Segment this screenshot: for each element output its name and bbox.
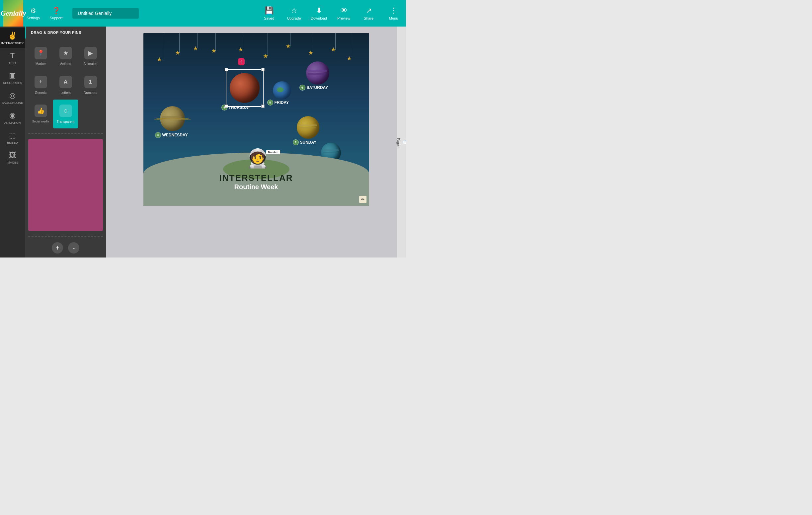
- saturn-container[interactable]: [160, 106, 185, 131]
- pin-social-media[interactable]: 👍 Social media: [28, 99, 53, 128]
- day-friday: 5 FRIDAY: [267, 99, 289, 105]
- pin-numbers-label: Numbers: [84, 91, 97, 95]
- sidebar-item-interactivity[interactable]: ✌ INTERACTIVITY: [0, 28, 25, 48]
- sidebar-item-label: ANIMATION: [4, 121, 21, 124]
- sidebar-item-resources[interactable]: ▣ RESOURCES: [0, 68, 25, 88]
- sidebar-item-background[interactable]: ◎ BACKGROUND: [0, 88, 25, 108]
- saturn-stripe-1: [162, 116, 182, 118]
- pin-active-indicator: ↕: [238, 58, 245, 65]
- handle-br[interactable]: [261, 104, 265, 108]
- sidebar-item-text[interactable]: T TEXT: [0, 48, 25, 68]
- saturn-stripe-2: [163, 119, 181, 120]
- pin-letters[interactable]: A Letters: [53, 71, 78, 99]
- generic-icon: +: [34, 75, 47, 88]
- star-hang-5: ★: [238, 46, 243, 53]
- saved-icon: 💾: [265, 6, 273, 15]
- day-num-7: 7: [293, 140, 299, 145]
- pages-icon: 📄: [403, 140, 406, 144]
- download-icon: ⬇: [316, 6, 322, 15]
- gold-stripe-2: [299, 127, 316, 128]
- planet-purple-container[interactable]: [306, 61, 329, 85]
- pin-generic-label: Generic: [35, 91, 47, 95]
- support-label: Support: [50, 16, 63, 20]
- sidebar-item-label: INTERACTIVITY: [1, 41, 24, 45]
- star-hang-9: ★: [331, 46, 336, 53]
- share-icon: ↗: [366, 6, 372, 15]
- support-button[interactable]: ❓ Support: [50, 7, 63, 20]
- preview-label: Preview: [337, 16, 350, 20]
- day-sunday: 7 SUNDAY: [293, 140, 317, 145]
- handle-bl[interactable]: [225, 104, 228, 108]
- animation-icon: ◉: [9, 111, 16, 120]
- actions-icon: ★: [59, 47, 72, 59]
- sidebar-item-label: BACKGROUND: [2, 101, 23, 104]
- selection-box: ↕: [226, 69, 264, 107]
- remove-pin-button[interactable]: -: [68, 242, 79, 253]
- pages-panel[interactable]: 📄 Pages: [397, 27, 406, 258]
- pin-transparent[interactable]: ○ Transparent: [53, 99, 78, 128]
- menu-button[interactable]: ⋮ Menu: [384, 6, 403, 20]
- star-hang-2: ★: [175, 49, 180, 56]
- day-wednesday: 3 WEDNESDAY: [155, 132, 188, 138]
- star-hang-4: ★: [211, 47, 216, 54]
- pin-generic[interactable]: + Generic: [28, 71, 53, 99]
- preview-button[interactable]: 👁 Preview: [335, 6, 353, 20]
- star-hang-3: ★: [193, 45, 198, 52]
- logo[interactable]: Genially: [3, 0, 23, 27]
- main-layout: ✌ INTERACTIVITY T TEXT ▣ RESOURCES ◎ BAC…: [0, 27, 406, 258]
- pin-animated[interactable]: ▶ Animated: [78, 42, 103, 71]
- animated-icon: ▶: [84, 47, 97, 59]
- flag-text: Nombre: [268, 151, 278, 154]
- canvas-title-sub: Routine Week: [143, 183, 369, 191]
- add-pin-button[interactable]: +: [52, 242, 63, 253]
- title-input[interactable]: [72, 8, 139, 19]
- sidebar-item-embed[interactable]: ⬚ EMBED: [0, 128, 25, 148]
- earth-continent: [277, 87, 284, 92]
- menu-icon: ⋮: [390, 6, 397, 15]
- pages-label: Pages: [396, 138, 400, 147]
- text-icon: T: [10, 52, 14, 60]
- upgrade-button[interactable]: ☆ Upgrade: [285, 6, 303, 20]
- handle-tr[interactable]: [261, 68, 265, 71]
- day-label-friday: FRIDAY: [274, 100, 289, 105]
- gold-planet-container[interactable]: [297, 116, 319, 139]
- string-10: [351, 33, 351, 58]
- star-hang-7: ★: [286, 42, 291, 50]
- interactivity-icon: ✌: [8, 32, 17, 40]
- pin-transparent-label: Transparent: [57, 120, 75, 123]
- support-icon: ❓: [52, 7, 60, 14]
- star-hang-10: ★: [347, 55, 352, 62]
- selected-planet-container[interactable]: ↕: [230, 73, 260, 103]
- planet-earth-container[interactable]: [273, 81, 291, 99]
- download-button[interactable]: ⬇ Download: [310, 6, 328, 20]
- sidebar-item-animation[interactable]: ◉ ANIMATION: [0, 108, 25, 128]
- astronaut: 🧑‍🚀: [246, 148, 269, 169]
- pin-actions-label: Actions: [60, 62, 71, 66]
- canvas-area[interactable]: ★ ★ ★ ★ ★ ★ ★ ★ ★ ★: [106, 27, 406, 258]
- star-hang-6: ★: [263, 53, 268, 60]
- day-num-5: 5: [267, 99, 273, 105]
- flag: Nombre: [266, 150, 280, 154]
- header-left-controls: ⚙ Settings ❓ Support: [27, 7, 139, 20]
- teal-stripe-2: [323, 152, 338, 153]
- share-button[interactable]: ↗ Share: [359, 6, 378, 20]
- panel-preview: [28, 139, 103, 231]
- purple-stripe-2: [308, 73, 326, 75]
- upgrade-label: Upgrade: [287, 16, 301, 20]
- pins-grid: 📍 Marker ★ Actions ▶ Animated + Generic …: [25, 38, 106, 132]
- pin-actions[interactable]: ★ Actions: [53, 42, 78, 71]
- pin-numbers[interactable]: 1 Numbers: [78, 71, 103, 99]
- sidebar-item-images[interactable]: 🖼 IMAGES: [0, 148, 25, 168]
- handle-tl[interactable]: [225, 68, 228, 71]
- sidebar-item-label: RESOURCES: [3, 81, 22, 85]
- purple-stripe-1: [308, 70, 327, 72]
- saved-button[interactable]: 💾 Saved: [260, 6, 278, 20]
- settings-button[interactable]: ⚙ Settings: [27, 7, 40, 20]
- pin-marker[interactable]: 📍 Marker: [28, 42, 53, 71]
- edit-icon[interactable]: ✏: [359, 196, 367, 203]
- star-hang-1: ★: [157, 56, 162, 63]
- gold-stripe-1: [298, 124, 317, 126]
- share-label: Share: [364, 16, 374, 20]
- left-sidebar: ✌ INTERACTIVITY T TEXT ▣ RESOURCES ◎ BAC…: [0, 27, 25, 258]
- background-icon: ◎: [9, 91, 16, 100]
